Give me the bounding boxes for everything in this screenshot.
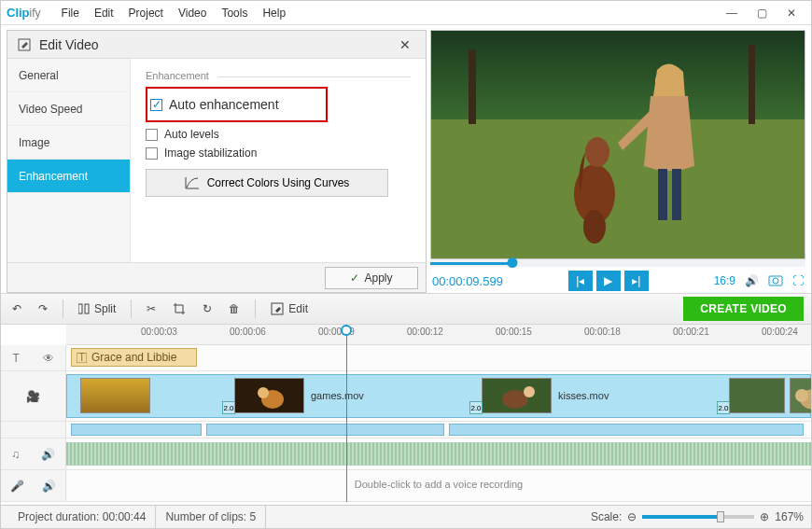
svg-text:T: T <box>78 353 86 363</box>
clip-thumb[interactable]: 2.0 <box>729 378 785 413</box>
voice-hint[interactable]: Double-click to add a voice recording <box>66 479 811 490</box>
music-track-icon: ♫ <box>11 448 20 461</box>
split-button[interactable]: Split <box>75 299 119 318</box>
project-duration: Project duration: 00:00:44 <box>8 506 156 528</box>
timecode: 00:00:09.599 <box>432 274 503 288</box>
visibility-icon[interactable]: 👁 <box>43 352 54 365</box>
svg-rect-7 <box>658 169 667 220</box>
menu-tools[interactable]: Tools <box>214 3 255 23</box>
apply-button[interactable]: ✓Apply <box>325 267 418 289</box>
timeline: 00:00:03 00:00:06 00:00:09 00:00:12 00:0… <box>1 325 811 502</box>
svg-rect-8 <box>672 169 681 220</box>
video-track: 🎥 2.0 games.mov 2.0 kisses.mov 2.0 <box>1 371 811 422</box>
time-ruler[interactable]: 00:00:03 00:00:06 00:00:09 00:00:12 00:0… <box>66 325 811 345</box>
mute-icon[interactable]: 🔊 <box>42 480 56 493</box>
crop-button[interactable] <box>169 299 189 318</box>
curves-icon <box>185 176 200 189</box>
video-track-icon: 🎥 <box>26 390 40 403</box>
clip-label: games.mov <box>311 390 364 401</box>
svg-point-22 <box>524 386 535 397</box>
tab-video-speed[interactable]: Video Speed <box>7 92 130 126</box>
preview-pane: 00:00:09.599 |◂ ▶ ▸| 16:9 🔊 ⛶ <box>430 30 805 293</box>
panel-title: Edit Video <box>39 37 99 52</box>
prev-button[interactable]: |◂ <box>568 271 593 291</box>
highlight-box: ✓ Auto enhancement <box>146 87 328 122</box>
zoom-slider[interactable] <box>642 515 754 519</box>
preview-video[interactable] <box>430 30 805 259</box>
svg-point-11 <box>583 210 606 244</box>
transition-segment[interactable] <box>449 424 804 436</box>
tab-image[interactable]: Image <box>7 126 130 160</box>
title-track: T👁 T Grace and Libbie <box>1 345 811 371</box>
title-clip[interactable]: T Grace and Libbie <box>71 348 197 367</box>
clip-count: Number of clips: 5 <box>156 506 266 528</box>
redo-button[interactable]: ↷ <box>35 299 51 318</box>
auto-levels-checkbox[interactable]: Auto levels <box>146 128 411 141</box>
snapshot-icon[interactable] <box>768 273 783 289</box>
svg-point-13 <box>773 278 778 284</box>
next-button[interactable]: ▸| <box>624 271 649 291</box>
menu-help[interactable]: Help <box>255 3 293 23</box>
status-bar: Project duration: 00:00:44 Number of cli… <box>1 505 811 528</box>
svg-rect-2 <box>431 119 805 259</box>
rotate-button[interactable]: ↻ <box>199 299 216 318</box>
edit-button[interactable]: Edit <box>267 299 312 318</box>
image-stabilization-checkbox[interactable]: Image stabilization <box>146 146 411 160</box>
panel-tabs: General Video Speed Image Enhancement <box>7 59 131 262</box>
zoom-value: 167% <box>775 510 804 523</box>
window-close[interactable]: ✕ <box>777 4 805 22</box>
create-video-button[interactable]: CREATE VIDEO <box>683 297 804 321</box>
delete-button[interactable]: 🗑 <box>225 299 244 318</box>
clip-thumb[interactable]: 2.0 <box>234 378 304 413</box>
cut-button[interactable]: ✂ <box>143 299 160 318</box>
title-icon: T <box>77 353 87 363</box>
preview-seek-bar[interactable] <box>430 259 805 267</box>
section-label: Enhancement <box>146 70 411 81</box>
edit-panel-icon <box>17 37 32 52</box>
window-minimize[interactable]: ― <box>718 4 746 22</box>
playhead[interactable] <box>346 325 347 502</box>
voice-track: 🎤🔊 Double-click to add a voice recording <box>1 470 811 502</box>
tab-general[interactable]: General <box>7 59 130 92</box>
svg-point-10 <box>585 137 609 167</box>
menu-project[interactable]: Project <box>121 3 171 23</box>
menu-video[interactable]: Video <box>171 3 214 23</box>
window-maximize[interactable]: ▢ <box>748 4 776 22</box>
clip-thumb[interactable]: 2.0 <box>482 378 552 413</box>
zoom-in-button[interactable]: ⊕ <box>760 510 769 523</box>
clip-thumb[interactable] <box>790 378 811 413</box>
clip-label: kisses.mov <box>558 390 609 401</box>
edit-video-panel: Edit Video ✕ General Video Speed Image E… <box>7 30 427 293</box>
video-strip[interactable] <box>66 374 811 418</box>
menu-edit[interactable]: Edit <box>87 3 121 23</box>
aspect-ratio[interactable]: 16:9 <box>714 274 735 287</box>
transition-track <box>1 422 811 439</box>
svg-point-20 <box>258 387 269 398</box>
transition-segment[interactable] <box>206 424 444 436</box>
enhancement-form: Enhancement ✓ Auto enhancement Auto leve… <box>131 59 426 262</box>
transition-segment[interactable] <box>71 424 202 436</box>
svg-rect-5 <box>749 45 755 124</box>
play-button[interactable]: ▶ <box>596 271 621 291</box>
audio-waveform[interactable] <box>66 442 811 466</box>
svg-rect-14 <box>78 304 82 313</box>
menu-bar: Clipify File Edit Project Video Tools He… <box>1 1 811 25</box>
tab-enhancement[interactable]: Enhancement <box>7 160 130 193</box>
volume-icon[interactable]: 🔊 <box>745 274 759 287</box>
app-logo: Clipify <box>7 6 41 20</box>
svg-rect-15 <box>85 304 89 313</box>
svg-rect-4 <box>469 49 476 124</box>
zoom-out-button[interactable]: ⊖ <box>627 510 637 523</box>
menu-file[interactable]: File <box>54 3 87 23</box>
undo-button[interactable]: ↶ <box>8 299 25 318</box>
svg-point-24 <box>795 389 808 402</box>
correct-colors-button[interactable]: Correct Colors Using Curves <box>146 169 388 197</box>
scale-label: Scale: <box>591 510 622 523</box>
text-track-icon: T <box>12 352 19 365</box>
mute-icon[interactable]: 🔊 <box>41 448 55 461</box>
panel-close[interactable]: ✕ <box>394 35 416 54</box>
auto-enhancement-checkbox[interactable]: ✓ Auto enhancement <box>150 97 279 112</box>
clip-thumb[interactable] <box>80 378 150 413</box>
fullscreen-icon[interactable]: ⛶ <box>792 274 804 287</box>
audio-track: ♫🔊 <box>1 439 811 470</box>
